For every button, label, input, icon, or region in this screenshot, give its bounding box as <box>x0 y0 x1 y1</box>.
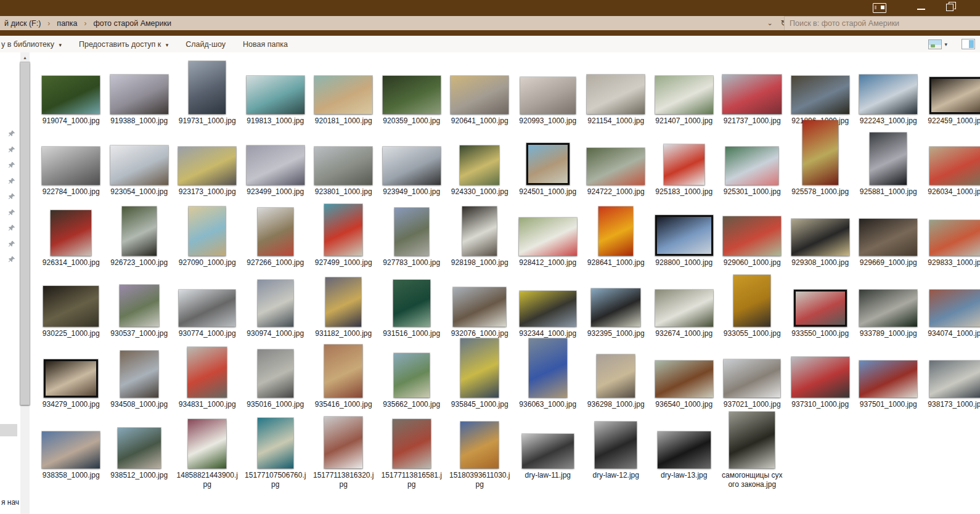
file-item[interactable]: 928641_1000.jpg <box>582 202 650 267</box>
thumbnail-area <box>929 60 980 114</box>
file-item[interactable]: 924722_1000.jpg <box>582 131 650 197</box>
file-item[interactable]: 935662_1000.jpg <box>378 343 446 409</box>
file-item[interactable]: 919074_1000.jpg <box>37 60 105 126</box>
file-item[interactable]: 937021_1000.jpg <box>718 343 786 409</box>
file-item[interactable]: 925578_1000.jpg <box>786 131 855 197</box>
file-item[interactable]: dry-law-13.jpg <box>650 414 719 489</box>
file-item[interactable]: 938512_1000.jpg <box>105 414 174 489</box>
file-item[interactable]: 929669_1000.jpg <box>854 202 923 267</box>
file-item[interactable]: 934831_1000.jpg <box>173 343 242 409</box>
file-item[interactable]: 934074_1000.jpg <box>923 272 980 338</box>
file-item[interactable]: 927090_1000.jpg <box>173 202 242 267</box>
file-item[interactable]: 922784_1000.jpg <box>37 131 105 197</box>
file-item[interactable]: 15180393611030.jpg <box>446 414 514 489</box>
file-item[interactable]: 923949_1000.jpg <box>378 131 446 197</box>
breadcrumb-drive[interactable]: й диск (F:) <box>2 18 43 29</box>
file-item[interactable]: 921737_1000.jpg <box>718 60 786 126</box>
file-item[interactable]: 935016_1000.jpg <box>242 343 310 409</box>
file-item[interactable]: 932076_1000.jpg <box>446 272 514 338</box>
file-item[interactable]: 929833_1000.jpg <box>923 202 980 267</box>
file-item[interactable]: 921407_1000.jpg <box>650 60 719 126</box>
toolbar-share-with-button[interactable]: Предоставить доступ к ▾ <box>70 38 177 51</box>
file-item[interactable]: 920993_1000.jpg <box>514 60 582 126</box>
file-item[interactable]: 920181_1000.jpg <box>309 60 378 126</box>
file-item[interactable]: 925301_1000.jpg <box>718 131 786 197</box>
file-item[interactable]: 934279_1000.jpg <box>37 343 105 409</box>
file-item[interactable]: 932344_1000.jpg <box>514 272 582 338</box>
file-item[interactable]: 927499_1000.jpg <box>309 202 378 267</box>
breadcrumb-folder[interactable]: папка <box>54 18 80 29</box>
file-item[interactable]: 926723_1000.jpg <box>105 202 174 267</box>
file-item[interactable]: 929060_1000.jpg <box>718 202 786 267</box>
scrollbar-thumb[interactable] <box>20 62 30 405</box>
file-item[interactable]: 920359_1000.jpg <box>378 60 446 126</box>
file-item[interactable]: 925881_1000.jpg <box>854 131 923 197</box>
toolbar-slideshow-button[interactable]: Слайд-шоу <box>177 38 234 51</box>
file-item[interactable]: 921896_1000.jpg <box>786 60 855 126</box>
file-item[interactable]: самогонщицы сухого закона.jpg <box>718 414 786 489</box>
file-item[interactable]: 938358_1000.jpg <box>37 414 105 489</box>
file-item[interactable]: 931182_1000.jpg <box>309 272 378 338</box>
file-item[interactable]: 927783_1000.jpg <box>378 202 446 267</box>
file-item[interactable]: 932674_1000.jpg <box>650 272 719 338</box>
file-item[interactable]: 923054_1000.jpg <box>105 131 174 197</box>
file-item[interactable]: 927266_1000.jpg <box>242 202 310 267</box>
toolbar-add-to-library-button[interactable]: у в библиотеку ▾ <box>0 38 70 51</box>
file-item[interactable]: 928198_1000.jpg <box>446 202 514 267</box>
file-name: 927090_1000.jpg <box>179 258 236 267</box>
file-item[interactable]: 930774_1000.jpg <box>173 272 242 338</box>
file-item[interactable]: 921154_1000.jpg <box>582 60 650 126</box>
address-dropdown-icon[interactable]: ⌄ <box>763 19 777 27</box>
file-item[interactable]: 937310_1000.jpg <box>786 343 855 409</box>
file-item[interactable]: 15177113816581.jpg <box>378 414 446 489</box>
restore-down-button[interactable] <box>947 4 954 12</box>
breadcrumb-current-folder[interactable]: фото старой Америки <box>91 18 174 29</box>
file-item[interactable]: 932395_1000.jpg <box>582 272 650 338</box>
file-item[interactable]: 937501_1000.jpg <box>854 343 923 409</box>
file-item[interactable]: 933550_1000.jpg <box>786 272 855 338</box>
file-item[interactable]: 926034_1000.jpg <box>923 131 980 197</box>
file-item[interactable]: 931516_1000.jpg <box>378 272 446 338</box>
file-name: 924501_1000.jpg <box>519 187 576 197</box>
change-view-button[interactable]: ▾ <box>926 38 949 51</box>
file-item[interactable]: 930974_1000.jpg <box>242 272 310 338</box>
file-item[interactable]: 14858821443900.jpg <box>173 414 242 489</box>
file-item[interactable]: 15177107506760.jpg <box>242 414 310 489</box>
file-item[interactable]: 930537_1000.jpg <box>105 272 174 338</box>
file-item[interactable]: 928412_1000.jpg <box>514 202 582 267</box>
file-item[interactable]: 924501_1000.jpg <box>514 131 582 197</box>
file-item[interactable]: dry-law-12.jpg <box>582 414 650 489</box>
file-item[interactable]: 923173_1000.jpg <box>173 131 242 197</box>
scroll-up-icon[interactable]: ▲ <box>20 52 30 62</box>
preview-pane-toggle-button[interactable] <box>962 39 975 49</box>
file-item[interactable]: dry-law-11.jpg <box>514 414 582 489</box>
file-item[interactable]: 923499_1000.jpg <box>242 131 310 197</box>
nav-scrollbar[interactable]: ▲ <box>20 52 30 514</box>
file-item[interactable]: 935416_1000.jpg <box>309 343 378 409</box>
toolbar-new-folder-button[interactable]: Новая папка <box>234 38 296 51</box>
file-item[interactable]: 936540_1000.jpg <box>650 343 719 409</box>
file-item[interactable]: 925183_1000.jpg <box>650 131 719 197</box>
file-item[interactable]: 920641_1000.jpg <box>446 60 514 126</box>
file-item[interactable]: 15177113816320.jpg <box>309 414 378 489</box>
file-item[interactable]: 930225_1000.jpg <box>37 272 105 338</box>
file-item[interactable]: 919731_1000.jpg <box>173 60 242 126</box>
file-item[interactable]: 934508_1000.jpg <box>105 343 174 409</box>
file-item[interactable]: 929308_1000.jpg <box>786 202 855 267</box>
file-item[interactable]: 935845_1000.jpg <box>446 343 514 409</box>
file-item[interactable]: 922459_1000.jpg <box>923 60 980 126</box>
file-item[interactable]: 936298_1000.jpg <box>582 343 650 409</box>
file-item[interactable]: 938173_1000.jpg <box>923 343 980 409</box>
file-item[interactable]: 924330_1000.jpg <box>446 131 514 197</box>
file-item[interactable]: 926314_1000.jpg <box>37 202 105 267</box>
minimize-button[interactable] <box>917 9 925 10</box>
file-item[interactable]: 933055_1000.jpg <box>718 272 786 338</box>
file-item[interactable]: 933789_1000.jpg <box>854 272 923 338</box>
file-item[interactable]: 936063_1000.jpg <box>514 343 582 409</box>
file-item[interactable]: 923801_1000.jpg <box>309 131 378 197</box>
file-item[interactable]: 928800_1000.jpg <box>650 202 719 267</box>
file-item[interactable]: 919388_1000.jpg <box>105 60 174 126</box>
file-item[interactable]: 922243_1000.jpg <box>854 60 923 126</box>
file-item[interactable]: 919813_1000.jpg <box>242 60 310 126</box>
search-input[interactable] <box>785 17 980 30</box>
